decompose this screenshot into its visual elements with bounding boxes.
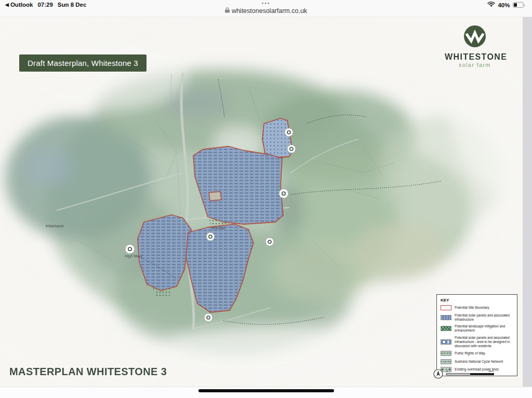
- logo-name: WHITESTONE: [445, 52, 505, 62]
- url-bar[interactable]: whitestonesolarfarm.co.uk: [0, 7, 532, 15]
- map-key-legend: KEY Potential Site Boundary Potential so…: [436, 294, 517, 376]
- logo-tagline: solar farm: [445, 62, 505, 68]
- legend-label: Potential solar panels and associated in…: [455, 336, 513, 348]
- webpage-body: Killamarsh Woodall High Moor Draft Maste…: [0, 17, 523, 387]
- scale-end-label: 1km: [488, 369, 494, 373]
- url-text: whitestonesolarfarm.co.uk: [232, 7, 307, 15]
- screen: ◀ Outlook 07:29 Sun 8 Dec ••• 40% whites…: [0, 0, 532, 398]
- lock-icon: [225, 7, 230, 15]
- legend-swatch-site-boundary: [441, 305, 451, 310]
- legend-item: Potential solar panels and associated in…: [441, 313, 513, 322]
- legend-label: Potential Site Boundary: [455, 306, 489, 310]
- legend-swatch-solar-discussion-area: [441, 339, 451, 345]
- whitestone-logo-icon: [463, 24, 487, 48]
- whitestone-logo: WHITESTONE solar farm: [445, 24, 505, 68]
- scale-start-label: 0: [446, 369, 448, 373]
- draft-masterplan-badge: Draft Masterplan, Whitestone 3: [19, 54, 147, 72]
- legend-swatch-solar-panels: [441, 315, 451, 320]
- legend-item: Potential solar panels and associated in…: [441, 336, 513, 348]
- browser-right-gutter: [523, 17, 532, 387]
- legend-swatch-cycle-network: [441, 359, 451, 364]
- bottom-strip: [0, 387, 532, 398]
- north-arrow-icon: [433, 369, 443, 379]
- legend-item: Potential landscape mitigation and enhan…: [441, 324, 513, 333]
- legend-label: Public Rights of Way: [455, 351, 485, 355]
- legend-title: KEY: [441, 298, 513, 303]
- page-title: MASTERPLAN WHITESTONE 3: [9, 366, 167, 378]
- home-indicator[interactable]: [198, 389, 334, 392]
- status-bar: ◀ Outlook 07:29 Sun 8 Dec ••• 40% whites…: [0, 0, 532, 17]
- legend-label: Potential landscape mitigation and enhan…: [455, 324, 513, 333]
- tabs-ellipsis-button[interactable]: •••: [0, 1, 532, 6]
- legend-item: Potential Site Boundary: [441, 305, 513, 310]
- legend-label: Potential solar panels and associated in…: [455, 313, 513, 322]
- legend-item: Public Rights of Way: [441, 351, 513, 356]
- legend-swatch-landscape-mitigation: [441, 326, 451, 331]
- compass-and-scale: 0 1km: [433, 369, 494, 379]
- legend-label: Sustrans National Cycle Network: [455, 360, 503, 364]
- legend-item: Sustrans National Cycle Network: [441, 359, 513, 364]
- legend-swatch-public-rights-of-way: [441, 351, 451, 356]
- scale-bar: 0 1km: [446, 373, 494, 375]
